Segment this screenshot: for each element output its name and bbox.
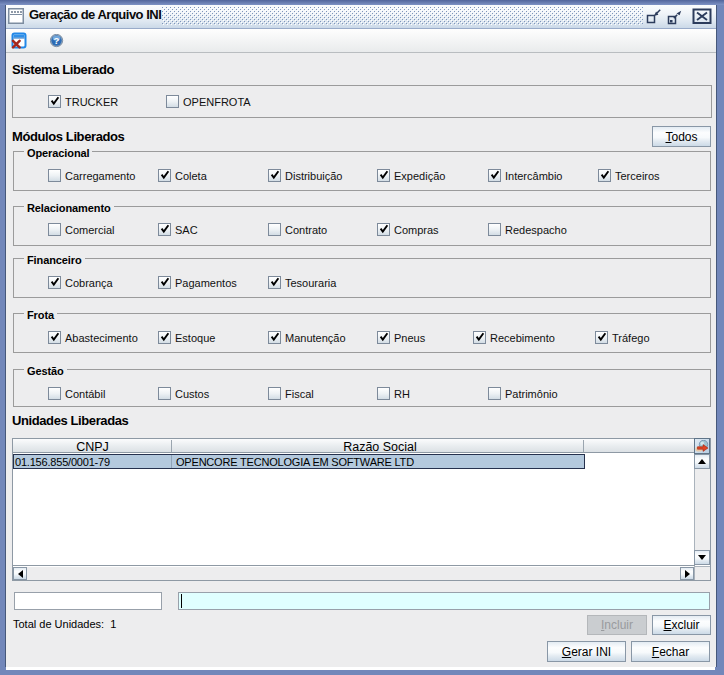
svg-text:?: ? xyxy=(54,35,60,46)
